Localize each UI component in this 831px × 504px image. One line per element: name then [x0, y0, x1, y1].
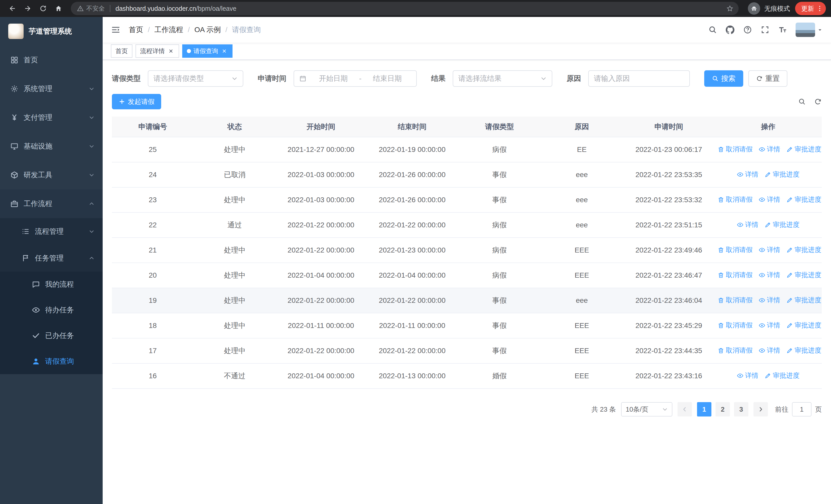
end-date-input[interactable]	[364, 75, 411, 83]
action-progress[interactable]: 审批进度	[765, 371, 799, 380]
table-search-icon[interactable]	[798, 98, 806, 106]
leave-type-filter: 请假类型	[112, 70, 243, 87]
cell-start: 2022-01-22 00:00:00	[276, 338, 366, 363]
breadcrumb-item[interactable]: 首页	[129, 25, 143, 35]
chevron-down-icon	[89, 172, 94, 178]
sidebar-item-infrastructure[interactable]: 基础设施	[0, 132, 103, 161]
help-icon[interactable]	[743, 25, 752, 34]
action-cancel[interactable]: 取消请假	[718, 346, 752, 355]
action-detail[interactable]: 详情	[737, 170, 758, 179]
action-detail[interactable]: 详情	[737, 220, 758, 229]
action-progress[interactable]: 审批进度	[786, 346, 821, 355]
chevron-up-icon	[89, 255, 94, 261]
action-cancel[interactable]: 取消请假	[718, 321, 752, 330]
action-progress[interactable]: 审批进度	[786, 296, 821, 305]
action-progress[interactable]: 审批进度	[765, 220, 799, 229]
collapse-sidebar-icon[interactable]	[111, 25, 121, 35]
column-header: 原因	[541, 117, 623, 137]
app-logo[interactable]: 芋道管理系统	[0, 17, 103, 46]
github-icon[interactable]	[726, 25, 735, 34]
forward-icon[interactable]	[21, 1, 35, 16]
action-cancel[interactable]: 取消请假	[718, 145, 752, 154]
home-icon[interactable]	[51, 1, 66, 16]
result-select[interactable]	[453, 70, 552, 87]
sidebar-item-my-process[interactable]: 我的流程	[0, 271, 103, 297]
action-progress[interactable]: 审批进度	[786, 270, 821, 279]
action-cancel[interactable]: 取消请假	[718, 195, 752, 204]
sidebar-item-leave-query[interactable]: 请假查询	[0, 349, 103, 374]
page-button-1[interactable]: 1	[697, 402, 711, 416]
dashboard-icon	[10, 56, 19, 64]
header-search-icon[interactable]	[708, 25, 717, 34]
action-cancel[interactable]: 取消请假	[718, 270, 752, 279]
bookmark-star-icon[interactable]	[724, 5, 736, 12]
tag-home[interactable]: 首页	[111, 45, 133, 58]
reason-field[interactable]	[588, 70, 690, 87]
sidebar-item-todo-tasks[interactable]: 待办任务	[0, 297, 103, 323]
address-bar[interactable]: 不安全 dashboard.yudao.iocoder.cn/bpm/oa/le…	[71, 2, 739, 15]
action-detail[interactable]: 详情	[758, 270, 780, 279]
fullscreen-icon[interactable]	[761, 25, 769, 34]
sidebar-item-system[interactable]: 系统管理	[0, 75, 103, 103]
browser-menu-icon[interactable]	[816, 5, 823, 12]
action-detail[interactable]: 详情	[737, 371, 758, 380]
tag-close-icon[interactable]	[167, 48, 174, 55]
caret-down-icon	[817, 27, 823, 33]
tag-leave-query[interactable]: 请假查询	[182, 45, 232, 58]
action-label: 详情	[745, 170, 758, 179]
action-detail[interactable]: 详情	[758, 296, 780, 305]
top-navbar: 首页/工作流程/OA 示例/请假查询	[103, 17, 831, 42]
action-detail[interactable]: 详情	[758, 145, 780, 154]
result-input[interactable]	[458, 75, 537, 83]
cell-reason: EEE	[541, 238, 623, 263]
sidebar-item-home[interactable]: 首页	[0, 46, 103, 75]
leave-type-input[interactable]	[153, 75, 228, 83]
action-progress[interactable]: 审批进度	[786, 321, 821, 330]
sidebar-item-process-management[interactable]: 流程管理	[0, 218, 103, 245]
page-button-2[interactable]: 2	[716, 402, 730, 416]
security-indicator[interactable]: 不安全	[77, 4, 105, 12]
action-cancel[interactable]: 取消请假	[718, 245, 752, 254]
breadcrumb-item[interactable]: 工作流程	[154, 25, 183, 35]
apply-time-range[interactable]: -	[294, 70, 417, 87]
action-detail[interactable]: 详情	[758, 245, 780, 254]
tag-process-detail[interactable]: 流程详情	[136, 45, 179, 58]
search-button[interactable]: 搜索	[704, 70, 743, 87]
table-refresh-icon[interactable]	[814, 98, 822, 106]
sidebar-item-done-tasks[interactable]: 已办任务	[0, 323, 103, 349]
chevron-down-icon	[89, 144, 94, 149]
goto-page-input[interactable]	[792, 402, 811, 416]
reset-button[interactable]: 重置	[748, 70, 787, 87]
create-leave-button[interactable]: 发起请假	[112, 94, 161, 109]
back-icon[interactable]	[5, 1, 20, 16]
next-page-button[interactable]	[753, 402, 768, 416]
update-button[interactable]: 更新	[795, 2, 826, 15]
page-button-3[interactable]: 3	[734, 402, 748, 416]
action-label: 审批进度	[795, 270, 821, 279]
start-date-input[interactable]	[310, 75, 357, 83]
sidebar-item-devtools[interactable]: 研发工具	[0, 161, 103, 189]
action-label: 详情	[767, 321, 780, 330]
incognito-label: 无痕模式	[764, 4, 790, 13]
sidebar-item-payment[interactable]: 支付管理	[0, 103, 103, 132]
leave-type-select[interactable]	[148, 70, 243, 87]
reason-input[interactable]	[594, 75, 684, 83]
action-progress[interactable]: 审批进度	[786, 195, 821, 204]
tag-close-icon[interactable]	[221, 48, 228, 55]
prev-page-button[interactable]	[678, 402, 692, 416]
action-detail[interactable]: 详情	[758, 321, 780, 330]
breadcrumb-item[interactable]: OA 示例	[195, 25, 221, 35]
action-detail[interactable]: 详情	[758, 195, 780, 204]
action-progress[interactable]: 审批进度	[765, 170, 799, 179]
action-detail[interactable]: 详情	[758, 346, 780, 355]
user-avatar[interactable]	[796, 23, 823, 37]
trash-icon	[718, 196, 724, 203]
font-size-icon[interactable]	[778, 25, 787, 34]
action-cancel[interactable]: 取消请假	[718, 296, 752, 305]
reload-icon[interactable]	[36, 1, 50, 16]
action-progress[interactable]: 审批进度	[786, 145, 821, 154]
sidebar-item-task-management[interactable]: 任务管理	[0, 245, 103, 271]
sidebar-item-workflow[interactable]: 工作流程	[0, 189, 103, 218]
action-progress[interactable]: 审批进度	[786, 245, 821, 254]
page-size-select[interactable]: 10条/页	[621, 402, 672, 416]
